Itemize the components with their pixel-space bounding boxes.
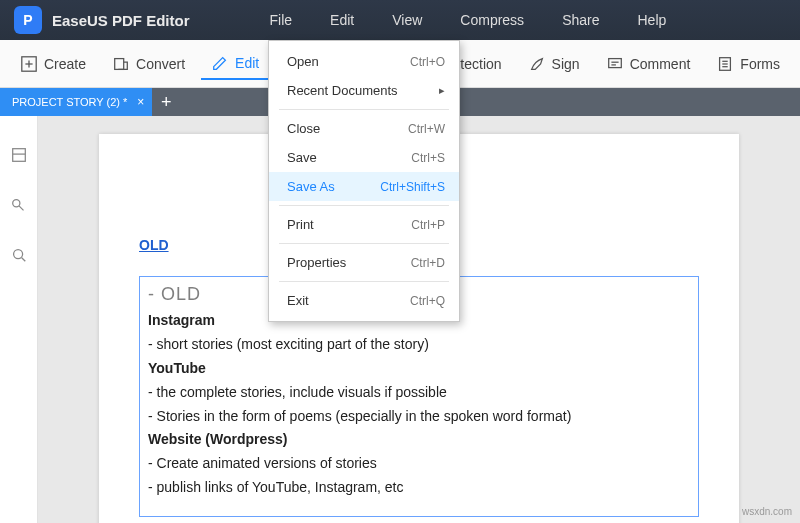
menu-save-as[interactable]: Save As Ctrl+Shift+S [269, 172, 459, 201]
doc-line-7: - Create animated versions of stories [148, 452, 690, 476]
doc-line-5: - Stories in the form of poems (especial… [148, 405, 690, 429]
menu-recent-label: Recent Documents [287, 83, 398, 98]
menu-saveas-label: Save As [287, 179, 335, 194]
menu-compress[interactable]: Compress [460, 12, 524, 28]
svg-rect-4 [608, 58, 621, 67]
menubar: P EaseUS PDF Editor File Edit View Compr… [0, 0, 800, 40]
forms-icon [716, 55, 734, 73]
doc-line-2: - short stories (most exciting part of t… [148, 333, 690, 357]
menu-open-label: Open [287, 54, 319, 69]
thumbnails-icon[interactable] [10, 146, 28, 168]
menu-properties[interactable]: Properties Ctrl+D [269, 248, 459, 277]
menu-exit[interactable]: Exit Ctrl+Q [269, 286, 459, 315]
menu-close[interactable]: Close Ctrl+W [269, 114, 459, 143]
edit-button[interactable]: Edit [201, 48, 269, 80]
document-tab[interactable]: PROJECT STORY (2) * × [0, 88, 152, 116]
menu-print-shortcut: Ctrl+P [411, 218, 445, 232]
comment-button[interactable]: Comment [596, 49, 701, 79]
file-dropdown: Open Ctrl+O Recent Documents ▸ Close Ctr… [268, 40, 460, 322]
app-title: EaseUS PDF Editor [52, 12, 190, 29]
forms-label: Forms [740, 56, 780, 72]
doc-line-youtube: YouTube [148, 360, 206, 376]
convert-label: Convert [136, 56, 185, 72]
menu-help[interactable]: Help [637, 12, 666, 28]
menu-items: File Edit View Compress Share Help [270, 12, 667, 28]
menu-exit-shortcut: Ctrl+Q [410, 294, 445, 308]
plus-icon: + [161, 92, 172, 113]
svg-point-14 [13, 250, 22, 259]
doc-line-8: - publish links of YouTube, Instagram, e… [148, 476, 690, 500]
menu-share[interactable]: Share [562, 12, 599, 28]
document-tab-title: PROJECT STORY (2) * [12, 96, 127, 108]
logo-letter: P [23, 12, 32, 28]
bookmark-icon[interactable] [10, 196, 28, 218]
menu-view[interactable]: View [392, 12, 422, 28]
submenu-arrow-icon: ▸ [439, 84, 445, 97]
sign-label: Sign [552, 56, 580, 72]
menu-open-shortcut: Ctrl+O [410, 55, 445, 69]
separator [279, 243, 449, 244]
menu-print-label: Print [287, 217, 314, 232]
convert-button[interactable]: Convert [102, 49, 195, 79]
separator [279, 109, 449, 110]
menu-save-shortcut: Ctrl+S [411, 151, 445, 165]
svg-rect-11 [12, 149, 25, 162]
menu-properties-label: Properties [287, 255, 346, 270]
menu-close-shortcut: Ctrl+W [408, 122, 445, 136]
create-label: Create [44, 56, 86, 72]
sign-button[interactable]: Sign [518, 49, 590, 79]
menu-file[interactable]: File [270, 12, 293, 28]
create-button[interactable]: Create [10, 49, 96, 79]
pen-icon [528, 55, 546, 73]
menu-save-label: Save [287, 150, 317, 165]
separator [279, 281, 449, 282]
separator [279, 205, 449, 206]
menu-edit[interactable]: Edit [330, 12, 354, 28]
doc-line-website: Website (Wordpress) [148, 431, 288, 447]
new-tab-button[interactable]: + [152, 88, 180, 116]
plus-box-icon [20, 55, 38, 73]
edit-label: Edit [235, 55, 259, 71]
menu-open[interactable]: Open Ctrl+O [269, 47, 459, 76]
menu-print[interactable]: Print Ctrl+P [269, 210, 459, 239]
pencil-icon [211, 54, 229, 72]
watermark: wsxdn.com [742, 506, 792, 517]
comment-icon [606, 55, 624, 73]
svg-point-13 [12, 200, 19, 207]
forms-button[interactable]: Forms [706, 49, 790, 79]
doc-line-4: - the complete stories, include visuals … [148, 381, 690, 405]
menu-recent-documents[interactable]: Recent Documents ▸ [269, 76, 459, 105]
doc-line-instagram: Instagram [148, 312, 215, 328]
menu-saveas-shortcut: Ctrl+Shift+S [380, 180, 445, 194]
comment-label: Comment [630, 56, 691, 72]
app-logo: P [14, 6, 42, 34]
search-icon[interactable] [10, 246, 28, 268]
sidebar [0, 116, 38, 523]
svg-rect-3 [115, 58, 124, 69]
svg-line-15 [21, 258, 25, 262]
menu-close-label: Close [287, 121, 320, 136]
old-link[interactable]: OLD [139, 234, 169, 258]
close-tab-icon[interactable]: × [137, 95, 144, 109]
menu-exit-label: Exit [287, 293, 309, 308]
menu-properties-shortcut: Ctrl+D [411, 256, 445, 270]
convert-icon [112, 55, 130, 73]
menu-save[interactable]: Save Ctrl+S [269, 143, 459, 172]
